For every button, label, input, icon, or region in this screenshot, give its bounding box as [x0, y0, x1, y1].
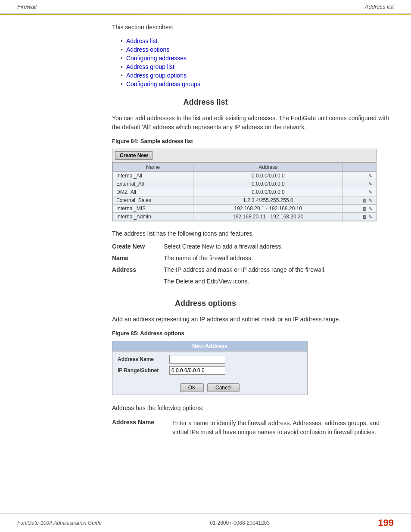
- toc-link-2[interactable]: Address options: [126, 46, 169, 53]
- create-new-button[interactable]: Create New: [115, 151, 153, 160]
- table-cell-name: Internal_Admin: [113, 213, 193, 221]
- table-cell-name: External_Sales: [113, 196, 193, 205]
- footer-page-number: 199: [378, 517, 394, 529]
- page-footer: FortiGate-100A Administration Guide 01-2…: [0, 513, 411, 532]
- col-name: Name: [113, 163, 193, 172]
- edit-icon[interactable]: ✎: [368, 214, 372, 219]
- toc-link-3[interactable]: Configuring addresses: [126, 55, 187, 62]
- toc-item-4: Address group list: [121, 63, 394, 70]
- form-buttons: OK Cancel: [112, 381, 307, 395]
- delete-icon[interactable]: 🗑: [362, 206, 367, 211]
- feature-create-new: Create New Select Create New to add a fi…: [112, 242, 394, 251]
- table-cell-address: 0.0.0.0/0.0.0.0: [193, 172, 343, 180]
- addr-name-row: Address Name Enter a name to identify th…: [112, 419, 394, 437]
- address-name-description: Address Name Enter a name to identify th…: [112, 419, 394, 437]
- feature-address: Address The IP address and mask or IP ad…: [112, 265, 394, 274]
- page-header: Firewall Address list: [0, 0, 411, 14]
- toc-link-4[interactable]: Address group list: [126, 63, 174, 70]
- table-cell-icons: ✎: [343, 172, 376, 180]
- figure-84-caption: Figure 84: Sample address list: [112, 138, 394, 144]
- toc-link-1[interactable]: Address list: [126, 37, 157, 44]
- toc-link-5[interactable]: Address group options: [126, 72, 187, 79]
- col-actions: [343, 163, 376, 172]
- features-list: The address list has the following icons…: [112, 230, 394, 286]
- table-cell-name: Internal_MIS: [113, 205, 193, 213]
- table-cell-icons: 🗑✎: [343, 205, 376, 213]
- address-options-section: Address options Add an address represent…: [17, 299, 394, 437]
- form-ok-button[interactable]: OK: [180, 383, 204, 392]
- table-cell-icons: 🗑✎: [343, 213, 376, 221]
- figure-85-caption: Figure 85: Address options: [112, 330, 394, 336]
- table-cell-icons: ✎: [343, 180, 376, 188]
- address-list-section: Address list You can add addresses to th…: [17, 98, 394, 286]
- address-list-heading: Address list: [17, 98, 394, 107]
- feature-def-address: The IP address and mask or IP address ra…: [164, 265, 394, 274]
- table-cell-name: DMZ_All: [113, 188, 193, 196]
- toc-item-1: Address list: [121, 37, 394, 44]
- delete-icon[interactable]: 🗑: [362, 214, 367, 219]
- delete-icon[interactable]: 🗑: [362, 198, 367, 203]
- feature-def-name: The name of the firewall address.: [164, 254, 394, 263]
- address-options-body: Add an address representing an IP addres…: [112, 315, 394, 324]
- address-list-body: You can add addresses to the list and ed…: [112, 114, 394, 132]
- table-header-row: Name Address: [113, 163, 376, 172]
- form-label-subnet: IP Range/Subnet: [118, 367, 169, 373]
- table-row: External_Sales1.2.3.4/255.255.255.0🗑✎: [113, 196, 376, 205]
- address-table-body: Internal_All0.0.0.0/0.0.0.0✎External_All…: [113, 172, 376, 221]
- edit-icon[interactable]: ✎: [368, 173, 372, 178]
- header-section-label: Firewall: [17, 3, 37, 10]
- main-content: This section describes: Address list Add…: [0, 15, 411, 458]
- address-table: Name Address Internal_All0.0.0.0/0.0.0.0…: [112, 162, 376, 221]
- form-cancel-button[interactable]: Cancel: [207, 383, 240, 392]
- edit-icon[interactable]: ✎: [368, 190, 372, 195]
- table-cell-address: 0.0.0.0/0.0.0.0: [193, 188, 343, 196]
- table-cell-address: 192.168.20.11 - 192.168.20.20: [193, 213, 343, 221]
- footer-center: 01-28007-0068-20041203: [210, 520, 270, 526]
- feature-term-icons: [112, 277, 164, 286]
- toc-item-6: Configuring address groups: [121, 81, 394, 87]
- toc-item-2: Address options: [121, 46, 394, 53]
- intro-text: This section describes:: [112, 24, 394, 31]
- col-address: Address: [193, 163, 343, 172]
- table-cell-address: 1.2.3.4/255.255.255.0: [193, 196, 343, 205]
- edit-icon[interactable]: ✎: [368, 206, 372, 211]
- table-cell-name: External_All: [113, 180, 193, 188]
- edit-icon[interactable]: ✎: [368, 181, 372, 187]
- addr-name-def: Enter a name to identify the firewall ad…: [172, 419, 394, 437]
- form-label-name: Address Name: [118, 356, 169, 362]
- toc-link-6[interactable]: Configuring address groups: [126, 81, 200, 87]
- address-list-table-container: Create New Name Address Internal_All0.0.…: [112, 149, 377, 221]
- table-cell-address: 192.168.20.1 - 192.168.20.10: [193, 205, 343, 213]
- table-cell-address: 0.0.0.0/0.0.0.0: [193, 180, 343, 188]
- feature-term-create-new: Create New: [112, 242, 164, 251]
- feature-def-create-new: Select Create New to add a firewall addr…: [164, 242, 394, 251]
- table-row: Internal_MIS192.168.20.1 - 192.168.20.10…: [113, 205, 376, 213]
- feature-name: Name The name of the firewall address.: [112, 254, 394, 263]
- form-title: New Address: [112, 341, 307, 352]
- table-cell-icons: 🗑✎: [343, 196, 376, 205]
- address-name-input[interactable]: [169, 355, 225, 364]
- address-options-heading: Address options: [17, 299, 394, 308]
- table-row: Internal_Admin192.168.20.11 - 192.168.20…: [113, 213, 376, 221]
- table-row: Internal_All0.0.0.0/0.0.0.0✎: [113, 172, 376, 180]
- feature-term-address: Address: [112, 265, 164, 274]
- form-body: Address Name IP Range/Subnet: [112, 352, 307, 381]
- edit-icon[interactable]: ✎: [368, 198, 372, 203]
- form-row-name: Address Name: [118, 355, 302, 364]
- toc-item-3: Configuring addresses: [121, 55, 394, 62]
- feature-icons: The Delete and Edit/View icons.: [112, 277, 394, 286]
- feature-term-name: Name: [112, 254, 164, 263]
- toc-item-5: Address group options: [121, 72, 394, 79]
- header-page-label: Address list: [365, 3, 394, 10]
- form-row-subnet: IP Range/Subnet: [118, 366, 302, 375]
- table-row: External_All0.0.0.0/0.0.0.0✎: [113, 180, 376, 188]
- feature-def-icons: The Delete and Edit/View icons.: [164, 277, 394, 286]
- options-intro: Address has the following options:: [112, 404, 394, 413]
- table-row: DMZ_All0.0.0.0/0.0.0.0✎: [113, 188, 376, 196]
- footer-left: FortiGate-100A Administration Guide: [17, 520, 102, 526]
- table-cell-icons: ✎: [343, 188, 376, 196]
- toc-list: Address list Address options Configuring…: [121, 37, 394, 87]
- features-intro: The address list has the following icons…: [112, 230, 394, 237]
- addr-name-term: Address Name: [112, 419, 164, 437]
- ip-range-subnet-input[interactable]: [169, 366, 225, 375]
